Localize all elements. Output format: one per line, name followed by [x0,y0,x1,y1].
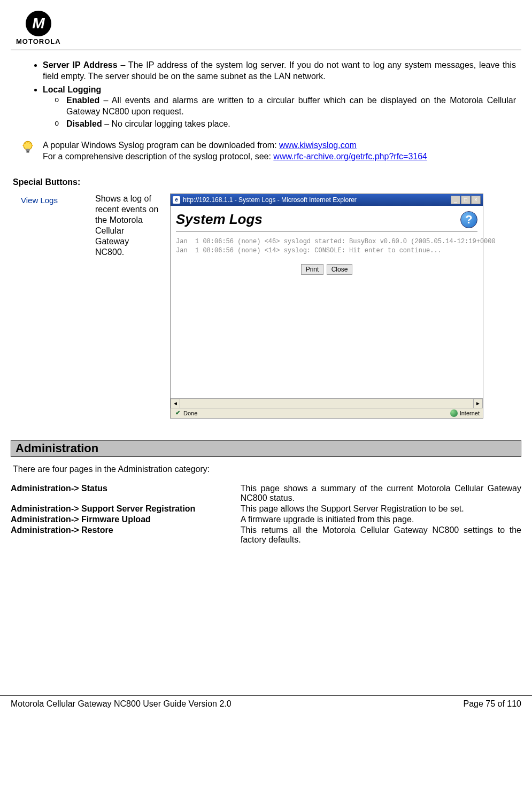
admin-row-label: Administration-> Restore [11,525,241,546]
browser-window: e http://192.168.1.1 - System Logs - Mic… [170,193,483,419]
syslog-buttons: Print Close [176,264,477,275]
page-header: M MOTOROLA [11,11,521,45]
admin-row-label: Administration-> Firmware Upload [11,515,241,525]
syslog-divider [176,231,477,232]
maximize-button[interactable]: □ [461,196,471,204]
admin-row-desc: This page shows a summary of the current… [241,484,521,504]
minimize-button[interactable]: _ [451,196,460,204]
browser-body: System Logs ? Jan 1 08:06:56 (none) <46>… [171,206,483,398]
rfc-link[interactable]: www.rfc-archive.org/getrfc.php?rfc=3164 [273,152,427,161]
admin-row-desc: This page allows the Support Server Regi… [241,504,521,515]
close-syslog-button[interactable]: Close [327,264,353,275]
table-row: Administration-> Support Server Registra… [11,504,521,515]
syslog-title: System Logs [176,211,263,228]
ie-icon: e [173,196,180,204]
view-logs-button[interactable]: View Logs [15,193,84,207]
enabled-label: Enabled [66,96,99,105]
table-row: Administration-> Restore This returns al… [11,525,521,546]
table-row: Administration-> Status This page shows … [11,484,521,504]
logo-mark: M [26,11,51,36]
local-logging-sublist: Enabled – All events and alarms are writ… [55,95,516,129]
footer-page: Page 75 of 110 [463,699,521,709]
administration-intro: There are four pages in the Administrati… [13,465,521,474]
help-icon[interactable]: ? [460,211,477,228]
local-logging-label: Local Logging [43,85,101,94]
tip-text: A popular Windows Syslog program can be … [43,140,427,162]
footer-title: Motorola Cellular Gateway NC800 User Gui… [11,699,232,709]
bullet-local-logging: Local Logging Enabled – All events and a… [43,84,516,130]
syslog-line-2: Jan 1 08:06:56 (none) <14> syslog: CONSO… [176,246,477,256]
close-button[interactable]: × [471,196,481,204]
svg-rect-2 [26,151,29,153]
admin-row-desc: This returns all the Motorola Cellular G… [241,525,521,546]
admin-row-desc: A firmware upgrade is initiated from thi… [241,515,521,525]
header-divider [11,50,521,50]
horizontal-scrollbar[interactable]: ◄ ► [171,398,483,408]
brand-logo: M MOTOROLA [16,11,61,45]
disabled-label: Disabled [66,119,102,128]
browser-statusbar: ✔ Done Internet [171,408,483,418]
server-ip-label: Server IP Address [43,60,118,69]
disabled-text: – No circular logging takes place. [102,119,230,128]
bullet-server-ip: Server IP Address – The IP address of th… [43,60,516,82]
page-footer: Motorola Cellular Gateway NC800 User Gui… [0,695,532,719]
bullet-list: Server IP Address – The IP address of th… [43,60,516,130]
syslog-header: System Logs ? [176,211,477,228]
administration-heading: Administration [11,440,521,457]
status-left: ✔ Done [174,409,197,417]
print-button[interactable]: Print [301,264,324,275]
status-right: Internet [450,409,480,417]
kiwisyslog-link[interactable]: www.kiwisyslog.com [279,141,357,150]
scroll-right-icon[interactable]: ► [473,399,483,408]
svg-rect-1 [26,149,30,151]
scroll-left-icon[interactable]: ◄ [171,399,180,408]
tip-line1-pre: A popular Windows Syslog program can be … [43,141,279,150]
special-row: View Logs Shows a log of recent events o… [15,193,521,419]
status-done: Done [183,410,197,416]
titlebar-buttons: _ □ × [451,196,481,204]
tip-row: A popular Windows Syslog program can be … [20,140,521,162]
logo-text: MOTOROLA [16,37,61,45]
special-buttons-heading: Special Buttons: [13,177,521,187]
titlebar-left: e http://192.168.1.1 - System Logs - Mic… [173,196,357,204]
sub-enabled: Enabled – All events and alarms are writ… [55,95,516,118]
view-logs-description: Shows a log of recent events on the Moto… [95,193,159,258]
admin-row-label: Administration-> Support Server Registra… [11,504,241,515]
globe-icon [450,409,458,417]
status-zone: Internet [460,410,480,416]
sub-disabled: Disabled – No circular logging takes pla… [55,119,516,130]
enabled-text: – All events and alarms are written to a… [66,96,516,116]
browser-titlebar: e http://192.168.1.1 - System Logs - Mic… [171,194,483,206]
titlebar-text: http://192.168.1.1 - System Logs - Micro… [183,196,357,204]
tip-line2-pre: For a comprehensive description of the s… [43,152,273,161]
lightbulb-icon [20,140,35,154]
done-icon: ✔ [174,409,181,417]
table-row: Administration-> Firmware Upload A firmw… [11,515,521,525]
admin-row-label: Administration-> Status [11,484,241,504]
syslog-line-1: Jan 1 08:06:56 (none) <46> syslogd start… [176,237,477,246]
administration-table: Administration-> Status This page shows … [11,484,521,546]
